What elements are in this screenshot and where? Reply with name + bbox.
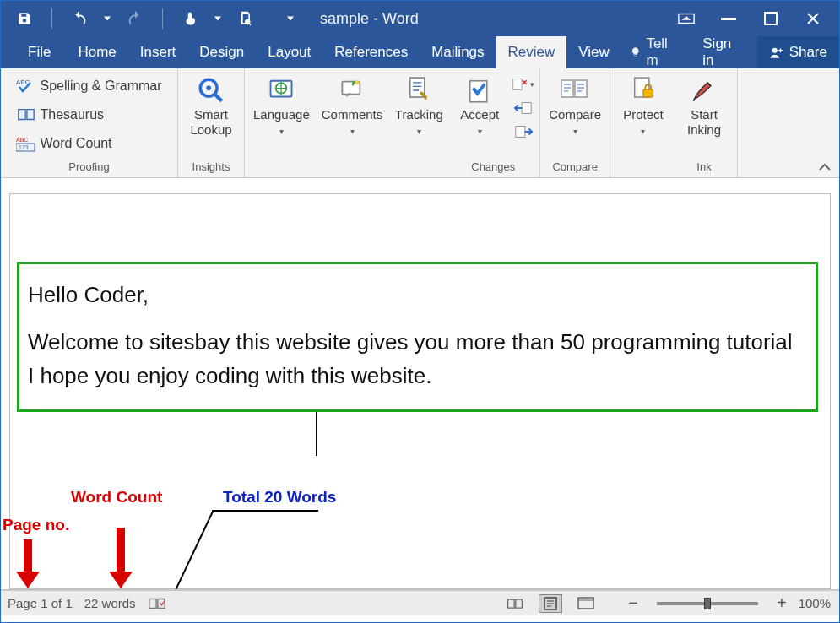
compare-icon — [561, 78, 589, 103]
window-title: sample - Word — [320, 10, 419, 28]
accept-check-icon — [467, 78, 492, 103]
share-button[interactable]: Share — [757, 36, 839, 68]
tab-view[interactable]: View — [566, 36, 621, 68]
svg-rect-1 — [721, 18, 736, 20]
start-inking-button[interactable]: Start Inking — [676, 72, 732, 138]
word-count-button[interactable]: ABC123 Word Count — [14, 131, 113, 156]
qat-customize[interactable] — [286, 15, 295, 22]
lightbulb-icon — [630, 45, 642, 60]
title-bar: sample - Word — [1, 1, 839, 36]
pointer-line — [316, 412, 317, 456]
tab-mailings[interactable]: Mailings — [420, 36, 496, 68]
group-label-protect — [615, 159, 671, 176]
group-label-changes: Changes — [452, 159, 534, 176]
thesaurus-button[interactable]: Thesaurus — [14, 102, 106, 127]
tab-file[interactable]: File — [16, 36, 66, 68]
smart-lookup-button[interactable]: Smart Lookup — [183, 72, 239, 138]
svg-rect-20 — [575, 80, 587, 97]
zoom-out-button[interactable]: − — [628, 593, 638, 613]
doc-text-line-1[interactable]: Hello Coder, — [28, 278, 804, 312]
word-count-icon: ABC123 — [16, 135, 36, 152]
svg-point-3 — [772, 48, 777, 53]
group-label-insights: Insights — [183, 159, 239, 176]
sb-proofing[interactable] — [148, 596, 166, 611]
language-label: Language — [253, 107, 310, 122]
sign-in-button[interactable]: Sign in — [691, 36, 756, 68]
save-button[interactable] — [6, 3, 43, 35]
group-label-proofing: Proofing — [6, 159, 172, 176]
compare-button[interactable]: Compare ▾ — [545, 72, 604, 139]
group-changes: Accept ▾ ▾ Changes — [447, 68, 540, 177]
thesaurus-label: Thesaurus — [40, 107, 104, 122]
maximize-button[interactable] — [750, 3, 792, 35]
spelling-grammar-button[interactable]: ABC Spelling & Grammar — [14, 73, 163, 99]
highlight-box: Hello Coder, Welcome to sitesbay this we… — [17, 262, 818, 412]
ribbon-display-options[interactable] — [665, 3, 707, 35]
zoom-in-button[interactable]: + — [777, 593, 787, 613]
print-layout-button[interactable] — [539, 594, 562, 613]
start-inking-label: Start Inking — [687, 107, 721, 138]
accept-button[interactable]: Accept ▾ — [452, 72, 507, 139]
ribbon-options-icon — [677, 12, 696, 25]
tab-home[interactable]: Home — [66, 36, 127, 68]
svg-rect-17 — [522, 103, 531, 114]
sb-word-count-text: 22 words — [84, 596, 136, 610]
next-change-button[interactable] — [512, 121, 534, 143]
lock-doc-icon — [631, 77, 655, 104]
spelling-grammar-label: Spelling & Grammar — [40, 79, 161, 94]
language-button[interactable]: Language ▾ — [250, 72, 313, 139]
undo-button[interactable] — [61, 3, 98, 35]
svg-point-13 — [355, 80, 360, 84]
doc-text-line-2[interactable]: Welcome to sitesbay this website gives y… — [28, 325, 804, 393]
comments-label: Comments — [322, 107, 383, 122]
zoom-slider-thumb[interactable] — [704, 598, 711, 609]
print-preview-button[interactable] — [227, 3, 264, 35]
sb-page-count[interactable]: Page 1 of 1 — [8, 596, 73, 610]
close-button[interactable] — [792, 3, 834, 35]
sb-word-count[interactable]: 22 words — [84, 596, 136, 610]
zoom-slider[interactable] — [657, 602, 758, 605]
web-layout-button[interactable] — [574, 594, 598, 613]
chevron-down-icon — [287, 15, 294, 22]
tracking-icon — [407, 77, 431, 104]
tracking-label: Tracking — [395, 107, 443, 122]
ribbon-panel: ABC Spelling & Grammar Thesaurus ABC123 … — [1, 68, 839, 178]
next-icon — [514, 124, 533, 139]
redo-icon — [126, 9, 144, 28]
comments-button[interactable]: Comments ▾ — [318, 72, 387, 139]
previous-change-button[interactable] — [512, 97, 534, 119]
group-compare: Compare ▾ Compare — [540, 68, 610, 177]
collapse-ribbon-button[interactable] — [819, 160, 831, 174]
tell-me-search[interactable]: Tell m — [621, 36, 691, 68]
web-layout-icon — [577, 597, 594, 610]
search-icon — [197, 76, 225, 105]
reject-icon — [512, 76, 528, 93]
protect-button[interactable]: Protect ▾ — [615, 72, 671, 139]
tab-review[interactable]: Review — [496, 36, 567, 68]
tracking-button[interactable]: Tracking ▾ — [391, 72, 447, 139]
group-label-tracking — [391, 159, 447, 176]
tab-insert[interactable]: Insert — [128, 36, 188, 68]
reject-button[interactable]: ▾ — [512, 73, 534, 95]
print-layout-icon — [543, 597, 558, 610]
svg-rect-2 — [765, 13, 777, 24]
redo-button[interactable] — [117, 3, 154, 35]
tab-references[interactable]: References — [322, 36, 420, 68]
touch-mode-dropdown[interactable] — [214, 15, 222, 22]
minimize-button[interactable] — [707, 3, 750, 35]
tab-layout[interactable]: Layout — [256, 36, 322, 68]
read-mode-button[interactable] — [503, 594, 527, 613]
document-canvas: Hello Coder, Welcome to sitesbay this we… — [1, 178, 839, 590]
annot-word-count-label: Word Count — [71, 488, 162, 507]
touch-mode-button[interactable] — [171, 3, 209, 35]
group-ink: Start Inking Ink — [671, 68, 738, 177]
undo-icon — [68, 9, 90, 28]
pen-icon — [691, 77, 718, 104]
word-count-label: Word Count — [40, 136, 111, 151]
zoom-percent[interactable]: 100% — [799, 596, 831, 610]
accept-label: Accept — [460, 107, 499, 122]
touch-icon — [182, 9, 198, 28]
undo-dropdown[interactable] — [103, 15, 111, 22]
tab-design[interactable]: Design — [187, 36, 256, 68]
group-label-comments — [318, 159, 387, 176]
